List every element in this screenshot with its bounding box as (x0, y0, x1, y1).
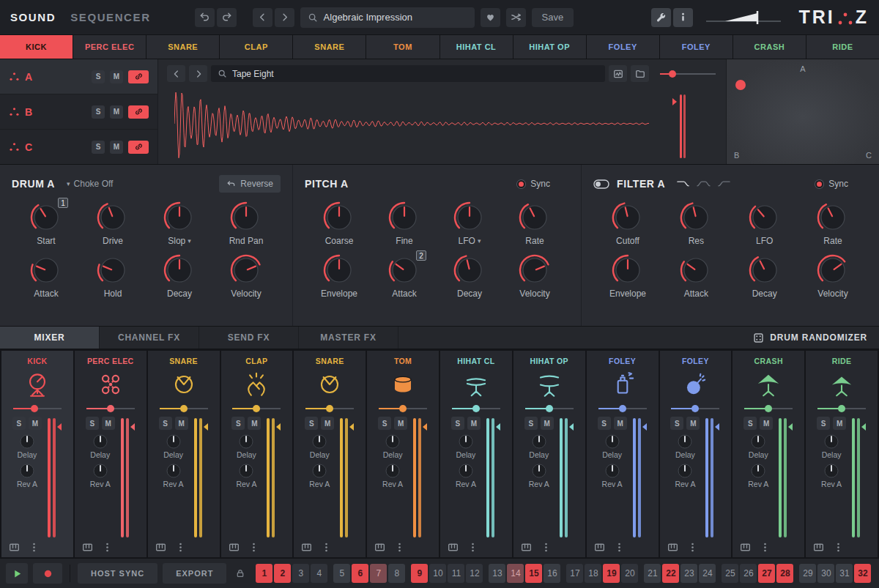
knob-dial[interactable] (323, 201, 355, 234)
knob-velocity[interactable]: Velocity (503, 254, 566, 299)
pan-marker-icon[interactable] (204, 423, 208, 431)
prev-sample-button[interactable] (167, 65, 185, 82)
strip-reverb-knob[interactable]: Rev A (382, 463, 403, 488)
layer-solo-button[interactable]: S (92, 70, 105, 83)
slider-handle[interactable] (838, 405, 845, 412)
strip-solo-button[interactable]: S (451, 417, 464, 430)
mixer-strip-ride-12[interactable]: RIDESMDelayRev A (806, 351, 878, 557)
mixer-strip-hihat-cl-7[interactable]: HIHAT CLSMDelayRev A (440, 351, 512, 557)
keyboard-icon[interactable] (9, 542, 20, 553)
strip-mute-button[interactable]: M (760, 417, 773, 430)
strip-solo-button[interactable]: S (524, 417, 538, 430)
keyboard-icon[interactable] (155, 542, 166, 553)
knob-dial[interactable] (817, 254, 849, 286)
tab-master-fx[interactable]: MASTER FX (299, 327, 398, 349)
strip-mute-button[interactable]: M (686, 417, 700, 430)
step-7[interactable]: 7 (370, 564, 387, 583)
step-16[interactable]: 16 (544, 564, 560, 583)
highpass-filter-icon[interactable] (716, 179, 730, 188)
knob-decay[interactable]: Decay (438, 254, 501, 299)
pad-snare-5[interactable]: SNARE (293, 35, 366, 59)
strip-solo-button[interactable]: S (12, 417, 26, 430)
strip-delay-knob[interactable]: Delay (163, 433, 183, 459)
strip-volume-slider[interactable] (744, 404, 793, 413)
step-13[interactable]: 13 (489, 564, 505, 583)
kebab-menu-icon[interactable] (321, 542, 332, 553)
knob-fine[interactable]: Fine (373, 201, 436, 246)
tab-sequencer[interactable]: SEQUENCER (70, 11, 150, 23)
next-sample-button[interactable] (189, 65, 207, 82)
step-17[interactable]: 17 (566, 564, 583, 583)
pad-crash-11[interactable]: CRASH (733, 35, 806, 59)
preset-search[interactable]: Algebraic Impression (300, 7, 475, 28)
step-31[interactable]: 31 (836, 564, 853, 583)
knob-dial[interactable] (453, 254, 486, 286)
strip-reverb-knob[interactable]: Rev A (675, 463, 695, 488)
pad-kick-1[interactable]: KICK (0, 35, 73, 59)
layer-xy-pad[interactable]: A B C (726, 59, 879, 164)
slider-handle[interactable] (669, 70, 676, 78)
step-19[interactable]: 19 (603, 564, 620, 583)
kebab-menu-icon[interactable] (541, 542, 552, 553)
pan-marker-icon[interactable] (57, 423, 62, 431)
tab-mixer[interactable]: MIXER (0, 327, 100, 349)
settings-button[interactable] (651, 8, 671, 27)
knob-dial[interactable] (453, 201, 486, 234)
kebab-menu-icon[interactable] (760, 542, 771, 553)
step-10[interactable]: 10 (429, 564, 446, 583)
step-27[interactable]: 27 (758, 564, 775, 583)
save-button[interactable]: Save (532, 8, 574, 27)
bandpass-filter-icon[interactable] (697, 179, 711, 188)
strip-reverb-knob[interactable]: Rev A (236, 463, 256, 488)
knob-attack[interactable]: Attack (15, 254, 78, 299)
undo-button[interactable] (195, 8, 215, 27)
knob-dial[interactable] (163, 254, 196, 286)
strip-delay-knob[interactable]: Delay (90, 433, 110, 459)
kebab-menu-icon[interactable] (833, 542, 844, 553)
pitch-sync-toggle[interactable]: Sync (517, 179, 550, 189)
kebab-menu-icon[interactable] (467, 542, 478, 553)
master-volume-slider[interactable] (703, 10, 784, 26)
slider-handle[interactable] (326, 405, 333, 412)
pan-marker-icon[interactable] (788, 423, 793, 431)
pad-clap-4[interactable]: CLAP (220, 35, 292, 59)
knob-slop[interactable]: Slop▾ (148, 201, 211, 246)
slider-handle[interactable] (691, 405, 699, 412)
pan-marker-icon[interactable] (423, 423, 427, 431)
mixer-strip-perc-elec-2[interactable]: PERC ELECSMDelayRev A (75, 351, 146, 557)
strip-solo-button[interactable]: S (86, 417, 99, 430)
step-6[interactable]: 6 (352, 564, 368, 583)
slider-handle[interactable] (180, 405, 188, 412)
knob-dial[interactable] (612, 254, 644, 286)
knob-dial[interactable] (749, 254, 781, 286)
strip-mute-button[interactable]: M (394, 417, 407, 430)
strip-delay-knob[interactable]: Delay (749, 433, 768, 459)
strip-volume-slider[interactable] (379, 404, 427, 413)
step-15[interactable]: 15 (525, 564, 542, 583)
record-button[interactable] (33, 563, 62, 584)
knob-decay[interactable]: Decay (148, 254, 211, 299)
reverse-button[interactable]: Reverse (219, 175, 281, 193)
keyboard-icon[interactable] (594, 542, 605, 553)
knob-dial[interactable] (680, 254, 712, 286)
step-9[interactable]: 9 (411, 564, 428, 583)
strip-mute-button[interactable]: M (248, 417, 261, 430)
pan-marker-icon[interactable] (349, 423, 354, 431)
strip-mute-button[interactable]: M (614, 417, 627, 430)
waveform-display[interactable] (174, 87, 650, 160)
knob-rate[interactable]: Rate (801, 201, 864, 246)
layer-row-b[interactable]: BSM (0, 94, 157, 130)
strip-reverb-knob[interactable]: Rev A (163, 463, 184, 488)
keyboard-icon[interactable] (521, 542, 532, 553)
kebab-menu-icon[interactable] (394, 542, 405, 553)
strip-delay-knob[interactable]: Delay (456, 433, 475, 459)
layer-mute-button[interactable]: M (110, 105, 123, 119)
strip-delay-knob[interactable]: Delay (383, 433, 403, 459)
knob-dial[interactable] (97, 254, 129, 286)
layer-link-button[interactable] (128, 70, 149, 83)
browse-folder-button[interactable] (631, 65, 649, 82)
step-3[interactable]: 3 (292, 564, 309, 583)
mixer-strip-tom-6[interactable]: TOMSMDelayRev A (367, 351, 439, 557)
slider-handle[interactable] (253, 405, 260, 412)
knob-start[interactable]: 1Start (15, 201, 78, 246)
